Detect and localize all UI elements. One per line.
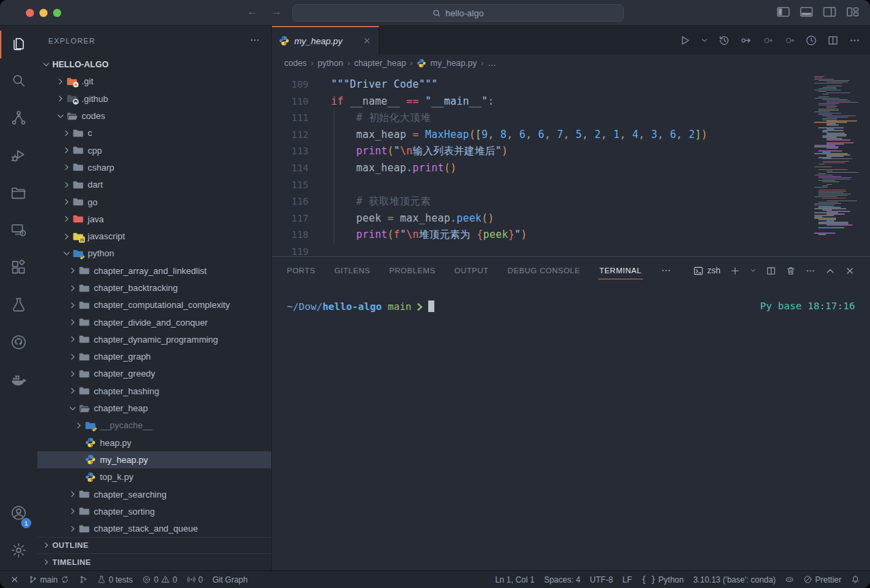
panel-tab-ports[interactable]: PORTS (287, 266, 315, 275)
tree-folder-chapter_computational_complexity[interactable]: chapter_computational_complexity (37, 296, 271, 313)
tree-folder-java[interactable]: java (37, 211, 271, 228)
status-remote-indicator[interactable] (5, 571, 24, 588)
tree-folder-chapter_greedy[interactable]: chapter_greedy (37, 365, 271, 382)
outline-section[interactable]: OUTLINE (37, 537, 271, 554)
breadcrumb-item[interactable]: my_heap.py (430, 58, 476, 68)
panel-tab-output[interactable]: OUTPUT (455, 266, 489, 275)
navigate-back-icon[interactable]: ← (245, 5, 260, 18)
run-dropdown[interactable] (701, 37, 708, 44)
tree-folder-chapter_stack_and_queue[interactable]: chapter_stack_and_queue (37, 520, 271, 537)
zoom-window-button[interactable] (53, 9, 61, 17)
panel-tab-terminal[interactable]: TERMINAL (599, 266, 642, 275)
tree-file-my_heap.py[interactable]: my_heap.py (37, 451, 271, 468)
status-tests[interactable]: 0 tests (92, 571, 137, 588)
tree-folder-chapter_heap[interactable]: chapter_heap (37, 400, 271, 417)
status-notifications[interactable] (846, 571, 865, 588)
activity-item-search[interactable] (0, 63, 37, 101)
run-button[interactable] (679, 35, 691, 46)
tree-folder-chapter_hashing[interactable]: chapter_hashing (37, 383, 271, 400)
timeline-section[interactable]: TIMELINE (37, 553, 271, 570)
status-encoding[interactable]: UTF-8 (585, 571, 618, 588)
maximize-panel[interactable] (825, 266, 835, 276)
tree-folder-c[interactable]: c (37, 124, 271, 141)
activity-item-github[interactable] (0, 325, 37, 362)
minimize-window-button[interactable] (39, 9, 48, 17)
tree-folder-chapter_dynamic_programming[interactable]: chapter_dynamic_programming (37, 331, 271, 348)
panel-more-tabs-icon[interactable] (661, 265, 672, 276)
tree-folder-python[interactable]: python (37, 245, 271, 262)
status-cursor-position[interactable]: Ln 1, Col 1 (490, 571, 539, 588)
breadcrumb-item[interactable]: … (487, 58, 496, 68)
code-editor[interactable]: 109"""Driver Code"""110if __name__ == "_… (272, 72, 870, 256)
tab-my-heap[interactable]: my_heap.py (272, 26, 379, 54)
status-language-mode[interactable]: { }Python (637, 571, 689, 588)
breadcrumb-item[interactable]: codes (284, 58, 307, 68)
tree-file-heap.py[interactable]: heap.py (37, 434, 271, 451)
tree-folder-chapter_searching[interactable]: chapter_searching (37, 485, 271, 502)
tree-folder-chapter_divide_and_conquer[interactable]: chapter_divide_and_conquer (37, 313, 271, 330)
split-editor[interactable] (827, 35, 839, 46)
activity-item-accounts[interactable]: 1 (0, 496, 37, 533)
previous-change[interactable] (762, 35, 773, 46)
next-change[interactable] (784, 35, 795, 46)
activity-item-explorer[interactable] (0, 26, 37, 63)
tree-folder-__pycache__[interactable]: __pycache__ (37, 417, 271, 434)
new-terminal[interactable] (730, 266, 740, 276)
layout-left-icon[interactable] (777, 7, 790, 17)
layout-right-icon[interactable] (823, 7, 836, 17)
tree-folder-javascript[interactable]: JSjavascript (37, 228, 271, 245)
activity-item-run-debug[interactable] (0, 138, 37, 175)
explorer-more-actions-icon[interactable] (249, 35, 260, 47)
layout-grid-icon[interactable] (846, 7, 859, 17)
status-prettier[interactable]: Prettier (799, 571, 846, 588)
status-problems[interactable]: 00 (137, 571, 181, 588)
tree-folder-dart[interactable]: dart (37, 176, 271, 193)
activity-item-settings[interactable] (0, 533, 37, 570)
status-git-graph[interactable]: Git Graph (207, 571, 252, 588)
activity-item-remote-explorer[interactable] (0, 213, 37, 250)
kill-terminal[interactable] (786, 266, 796, 276)
tree-folder-.github[interactable]: .github (37, 90, 271, 107)
status-eol[interactable]: LF (618, 571, 637, 588)
panel-tab-debug-console[interactable]: DEBUG CONSOLE (508, 266, 580, 275)
activity-item-project-folder[interactable] (0, 175, 37, 213)
start-profile[interactable] (805, 35, 817, 46)
tree-folder-.git[interactable]: .git (37, 73, 271, 90)
activity-item-testing[interactable] (0, 288, 37, 325)
activity-item-extensions[interactable] (0, 250, 37, 288)
navigate-forward-icon[interactable]: → (269, 5, 284, 18)
terminal-profile-dropdown[interactable] (750, 267, 756, 274)
status-git-branch[interactable]: main (24, 571, 74, 588)
minimap[interactable] (814, 76, 859, 235)
tree-folder-chapter_array_and_linkedlist[interactable]: chapter_array_and_linkedlist (37, 262, 271, 279)
tree-folder-codes[interactable]: codes (37, 107, 271, 124)
close-window-button[interactable] (26, 9, 34, 17)
activity-item-source-control[interactable] (0, 101, 37, 138)
panel-tab-problems[interactable]: PROBLEMS (389, 266, 436, 275)
tree-file-top_k.py[interactable]: top_k.py (37, 468, 271, 485)
activity-item-docker[interactable] (0, 362, 37, 400)
split-terminal[interactable] (766, 266, 776, 276)
status-git-actions[interactable] (74, 571, 92, 588)
tree-folder-chapter_backtracking[interactable]: chapter_backtracking (37, 279, 271, 296)
breadcrumb-item[interactable]: chapter_heap (354, 58, 406, 68)
close-panel[interactable] (845, 266, 855, 276)
tree-folder-chapter_graph[interactable]: chapter_graph (37, 348, 271, 365)
terminal[interactable]: ~/Dow/hello-algo main Py base 18:17:16 (272, 284, 870, 570)
status-python-interpreter[interactable]: 3.10.13 ('base': conda) (689, 571, 780, 588)
status-ports[interactable]: 0 (182, 571, 208, 588)
command-center-search[interactable]: hello-algo (292, 4, 624, 22)
close-tab-icon[interactable] (362, 36, 372, 46)
terminal-more-actions[interactable] (805, 266, 816, 276)
file-history[interactable] (718, 35, 730, 46)
status-indentation[interactable]: Spaces: 4 (539, 571, 585, 588)
tree-folder-chapter_sorting[interactable]: chapter_sorting (37, 503, 271, 520)
layout-panel-icon[interactable] (800, 7, 813, 17)
tree-folder-csharp[interactable]: csharp (37, 159, 271, 176)
open-changes[interactable] (740, 35, 752, 46)
tree-folder-HELLO-ALGO[interactable]: HELLO-ALGO (37, 56, 271, 73)
tree-folder-go[interactable]: go (37, 193, 271, 210)
status-copilot[interactable] (780, 571, 799, 588)
terminal-shell-item[interactable]: zsh (693, 266, 720, 276)
panel-tab-gitlens[interactable]: GITLENS (334, 266, 370, 275)
